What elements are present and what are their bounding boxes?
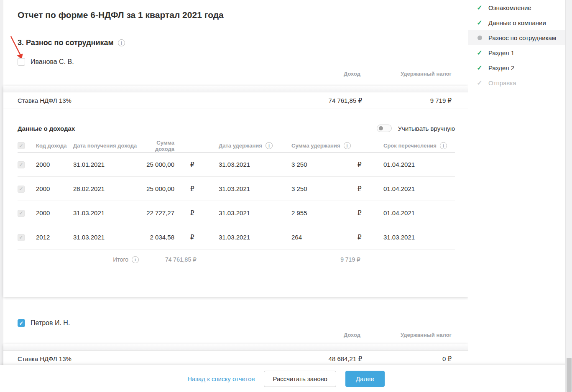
total-income-value: 74 761,85 ₽ <box>139 256 212 263</box>
cell-income-currency: ₽ <box>174 161 212 168</box>
cell-code: 2000 <box>36 161 73 168</box>
section-title: 3. Разнос по сотрудникам <box>18 38 114 47</box>
cell-income-currency: ₽ <box>174 209 212 217</box>
income-column-header: Доход <box>344 332 360 338</box>
table-row: ✓ 2000 31.01.2021 25 000,00 ₽ 31.03.2021… <box>18 153 455 177</box>
cell-deadline: 31.03.2021 <box>369 234 455 241</box>
cell-receive-date: 28.02.2021 <box>73 185 139 192</box>
app-root: Отчет по форме 6-НДФЛ за 1 квартал 2021 … <box>0 0 572 392</box>
bottom-action-bar: Назад к списку отчетов Рассчитать заново… <box>0 365 572 392</box>
cell-withhold: 264 <box>291 234 348 241</box>
check-icon: ✓ <box>476 49 483 57</box>
income-data-title: Данные о доходах <box>18 125 75 132</box>
scrollbar-thumb[interactable] <box>567 358 572 392</box>
cell-code: 2000 <box>36 185 73 192</box>
sidebar-item-label: Ознакомление <box>488 4 531 11</box>
cell-withhold: 3 250 <box>291 185 348 192</box>
employee-row-ivanova: Иванова С. В. <box>18 58 74 66</box>
sidebar-item-oznakomlenie[interactable]: ✓ Ознакомление <box>468 0 572 15</box>
cell-receive-date: 31.03.2021 <box>73 209 139 216</box>
employee-name: Петров И. Н. <box>31 319 70 327</box>
check-icon: ✓ <box>476 4 483 12</box>
sidebar-item-label: Данные о компании <box>488 19 546 26</box>
sidebar-item-company-data[interactable]: ✓ Данные о компании <box>468 15 572 30</box>
check-icon: ✓ <box>476 64 483 72</box>
cell-withhold-currency: ₽ <box>348 161 369 168</box>
table-row: ✓ 2012 31.03.2021 2 034,58 ₽ 31.03.2021 … <box>18 225 455 249</box>
col-header-withhold-sum: Сумма удержания <box>291 143 340 149</box>
sidebar-item-label: Раздел 2 <box>488 64 514 71</box>
report-content: Отчет по форме 6-НДФЛ за 1 квартал 2021 … <box>3 0 468 392</box>
manual-account-toggle[interactable]: Учитывать вручную <box>377 125 455 132</box>
cell-code: 2012 <box>36 234 73 241</box>
cell-deadline: 01.04.2021 <box>369 209 455 216</box>
row-checkbox[interactable]: ✓ <box>18 234 25 241</box>
page-title: Отчет по форме 6-НДФЛ за 1 квартал 2021 … <box>18 10 224 20</box>
income-data-header: Данные о доходах Учитывать вручную <box>18 123 455 133</box>
row-checkbox[interactable]: ✓ <box>18 186 25 193</box>
rate-label: Ставка НДФЛ 13% <box>18 355 72 362</box>
withhold-date-info-icon[interactable]: i <box>266 142 273 149</box>
check-icon: ✓ <box>476 19 483 27</box>
total-tax-value: 9 719 ₽ <box>291 256 369 263</box>
next-button[interactable]: Далее <box>345 371 385 387</box>
col-header-withhold-date: Дата удержания <box>219 143 262 149</box>
total-info-icon[interactable]: i <box>132 256 139 263</box>
rate-income-value: 74 761,85 ₽ <box>329 97 362 104</box>
cell-deadline: 01.04.2021 <box>369 185 455 192</box>
back-to-reports-link[interactable]: Назад к списку отчетов <box>187 375 255 382</box>
sidebar-item-razdel-1[interactable]: ✓ Раздел 1 <box>468 45 572 60</box>
total-label: Итого <box>113 256 128 263</box>
cell-withhold-date: 31.03.2021 <box>212 161 291 168</box>
withhold-sum-info-icon[interactable]: i <box>344 142 351 149</box>
col-header-deadline: Срок перечисления <box>383 143 437 149</box>
row-checkbox[interactable]: ✓ <box>18 161 25 168</box>
rate-tax-value: 9 719 ₽ <box>430 97 452 104</box>
cell-withhold-currency: ₽ <box>348 209 369 217</box>
cell-receive-date: 31.03.2021 <box>73 234 139 241</box>
sidebar-item-label: Разнос по сотрудникам <box>488 34 556 41</box>
vertical-scrollbar[interactable] <box>565 0 572 392</box>
cell-withhold-date: 31.03.2021 <box>212 234 291 241</box>
employee-checkbox-petrov[interactable]: ✓ <box>18 319 25 327</box>
cell-income-currency: ₽ <box>174 234 212 241</box>
cell-receive-date: 31.01.2021 <box>73 161 139 168</box>
money-column-headers: Доход Удержанный налог <box>3 332 468 339</box>
row-checkbox[interactable]: ✓ <box>18 210 25 217</box>
deadline-info-icon[interactable]: i <box>440 142 447 149</box>
toggle-switch-icon[interactable] <box>377 125 392 132</box>
income-table: ✓ Код дохода Дата получения дохода Сумма… <box>18 139 455 270</box>
cell-code: 2000 <box>36 209 73 216</box>
sidebar-item-label: Раздел 1 <box>488 49 514 56</box>
income-column-header: Доход <box>344 71 360 77</box>
recalculate-button[interactable]: Рассчитать заново <box>264 371 336 387</box>
sidebar-item-raznos-active[interactable]: Разнос по сотрудникам <box>468 30 572 45</box>
rate-tax-value: 0 ₽ <box>442 355 452 363</box>
left-gutter <box>0 0 3 392</box>
cell-withhold-currency: ₽ <box>348 234 369 241</box>
cell-withhold-date: 31.03.2021 <box>212 185 291 192</box>
toggle-label: Учитывать вручную <box>398 125 455 132</box>
cell-withhold-date: 31.03.2021 <box>212 209 291 216</box>
rate-label: Ставка НДФЛ 13% <box>18 97 72 104</box>
cell-withhold: 3 250 <box>291 161 348 168</box>
tax-column-header: Удержанный налог <box>401 332 452 338</box>
cell-income-currency: ₽ <box>174 185 212 193</box>
steps-sidebar: ✓ Ознакомление ✓ Данные о компании Разно… <box>468 0 572 392</box>
rate-income-value: 48 684,21 ₽ <box>329 355 362 363</box>
income-table-header-row: ✓ Код дохода Дата получения дохода Сумма… <box>18 139 455 153</box>
col-header-income-sum: Сумма дохода <box>139 140 174 152</box>
section-info-icon[interactable]: i <box>118 39 125 46</box>
employee-name: Иванова С. В. <box>31 58 74 66</box>
sidebar-item-razdel-2[interactable]: ✓ Раздел 2 <box>468 60 572 75</box>
employee-row-petrov: ✓ Петров И. Н. <box>18 319 70 327</box>
section-header: 3. Разнос по сотрудникам i <box>18 38 125 47</box>
rate-row-petrov: Ставка НДФЛ 13% 48 684,21 ₽ 0 ₽ <box>3 351 468 367</box>
select-all-checkbox[interactable]: ✓ <box>18 142 25 149</box>
cell-income: 2 034,58 <box>139 234 174 241</box>
rate-row-ivanova: Ставка НДФЛ 13% 74 761,85 ₽ 9 719 ₽ <box>3 92 468 109</box>
table-row: ✓ 2000 31.03.2021 22 727,27 ₽ 31.03.2021… <box>18 201 455 225</box>
employee-checkbox-ivanova[interactable] <box>18 58 25 66</box>
cell-income: 25 000,00 <box>139 185 174 192</box>
card-top-strip <box>3 344 468 351</box>
